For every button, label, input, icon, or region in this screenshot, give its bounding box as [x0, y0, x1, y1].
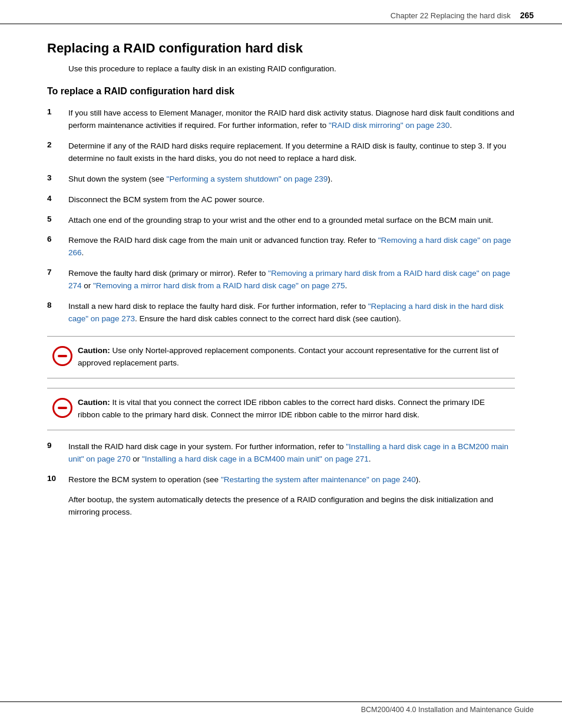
step-7-content: Remove the faulty hard disk (primary or … — [68, 268, 515, 292]
step-10-link[interactable]: "Restarting the system after maintenance… — [221, 475, 416, 484]
caution-circle-2 — [52, 398, 72, 418]
page-header: Chapter 22 Replacing the hard disk 265 — [0, 0, 562, 24]
step-9: 9 Install the RAID hard disk cage in you… — [47, 441, 515, 466]
step-7-text-before: Remove the faulty hard disk (primary or … — [68, 269, 268, 278]
page-number: 265 — [520, 11, 534, 20]
caution-icon-2 — [47, 397, 78, 418]
step-1-text-after: . — [449, 121, 452, 130]
step-4: 4 Disconnect the BCM system from the AC … — [47, 194, 515, 206]
section-title: To replace a RAID configuration hard dis… — [47, 86, 515, 97]
step-9-link2[interactable]: "Installing a hard disk cage in a BCM400… — [142, 454, 369, 463]
step-8-text-after: . Ensure the hard disk cables connect to… — [135, 314, 401, 323]
step-10-text-before: Restore the BCM system to operation (see — [68, 475, 221, 484]
step-3-number: 3 — [47, 173, 68, 182]
page-footer: BCM200/400 4.0 Installation and Maintena… — [0, 701, 562, 717]
main-content: Replacing a RAID configuration hard disk… — [0, 24, 562, 542]
step-9-text-after: . — [369, 454, 371, 463]
step-7-link2[interactable]: "Removing a mirror hard disk from a RAID… — [93, 281, 345, 290]
step-2-content: Determine if any of the RAID hard disks … — [68, 140, 515, 165]
step-6: 6 Remove the RAID hard disk cage from th… — [47, 235, 515, 259]
step-8-text-before: Install a new hard disk to replace the f… — [68, 302, 368, 311]
step-9-content: Install the RAID hard disk cage in your … — [68, 441, 515, 466]
step-1-number: 1 — [47, 107, 68, 116]
step-7: 7 Remove the faulty hard disk (primary o… — [47, 268, 515, 292]
step-1: 1 If you still have access to Element Ma… — [47, 107, 515, 132]
intro-paragraph: Use this procedure to replace a faulty d… — [68, 64, 515, 73]
step-5: 5 Attach one end of the grounding strap … — [47, 215, 515, 227]
step-10-content: Restore the BCM system to operation (see… — [68, 474, 515, 486]
step-10-number: 10 — [47, 474, 68, 483]
after-step10-paragraph: After bootup, the system automatically d… — [68, 494, 515, 519]
caution-1-label: Caution: — [78, 346, 110, 355]
step-7-text-mid: or — [82, 281, 94, 290]
steps-list-continued: 9 Install the RAID hard disk cage in you… — [47, 441, 515, 486]
step-8: 8 Install a new hard disk to replace the… — [47, 301, 515, 325]
step-5-content: Attach one end of the grounding strap to… — [68, 215, 515, 227]
step-4-number: 4 — [47, 194, 68, 203]
step-10-text-after: ). — [416, 475, 421, 484]
caution-1-text: Caution: Use only Nortel-approved replac… — [78, 345, 515, 370]
step-3-link[interactable]: "Performing a system shutdown" on page 2… — [167, 174, 328, 183]
step-3-text-after: ). — [328, 174, 332, 183]
step-1-link[interactable]: "RAID disk mirroring" on page 230 — [329, 121, 449, 130]
caution-minus-2 — [58, 407, 67, 409]
step-3-text-before: Shut down the system (see — [68, 174, 167, 183]
caution-minus-1 — [58, 355, 67, 357]
step-6-text-before: Remove the RAID hard disk cage from the … — [68, 236, 378, 245]
step-7-number: 7 — [47, 268, 68, 276]
step-6-content: Remove the RAID hard disk cage from the … — [68, 235, 515, 259]
step-8-content: Install a new hard disk to replace the f… — [68, 301, 515, 325]
step-2-number: 2 — [47, 140, 68, 149]
steps-list: 1 If you still have access to Element Ma… — [47, 107, 515, 325]
step-7-text-after: . — [345, 281, 348, 290]
step-9-text-before: Install the RAID hard disk cage in your … — [68, 442, 346, 451]
step-3-content: Shut down the system (see "Performing a … — [68, 173, 515, 186]
step-1-content: If you still have access to Element Mana… — [68, 107, 515, 132]
caution-2-label: Caution: — [78, 398, 110, 407]
caution-box-2: Caution: It is vital that you connect th… — [47, 388, 515, 430]
step-2: 2 Determine if any of the RAID hard disk… — [47, 140, 515, 165]
step-5-number: 5 — [47, 215, 68, 223]
footer-text: BCM200/400 4.0 Installation and Maintena… — [361, 706, 534, 714]
chapter-label: Chapter 22 Replacing the hard disk — [391, 11, 511, 20]
page: Chapter 22 Replacing the hard disk 265 R… — [0, 0, 562, 728]
caution-circle-1 — [52, 346, 72, 366]
page-title: Replacing a RAID configuration hard disk — [47, 41, 515, 56]
caution-icon-1 — [47, 345, 78, 366]
step-10: 10 Restore the BCM system to operation (… — [47, 474, 515, 486]
step-9-text-mid: or — [130, 454, 142, 463]
step-8-number: 8 — [47, 301, 68, 309]
step-3: 3 Shut down the system (see "Performing … — [47, 173, 515, 186]
step-6-number: 6 — [47, 235, 68, 243]
caution-2-text: Caution: It is vital that you connect th… — [78, 397, 515, 421]
step-9-number: 9 — [47, 441, 68, 450]
step-4-content: Disconnect the BCM system from the AC po… — [68, 194, 515, 206]
caution-1-body: Use only Nortel-approved replacement com… — [78, 346, 498, 367]
caution-2-body: It is vital that you connect the correct… — [78, 398, 485, 419]
caution-box-1: Caution: Use only Nortel-approved replac… — [47, 336, 515, 378]
step-6-text-after: . — [82, 248, 84, 257]
